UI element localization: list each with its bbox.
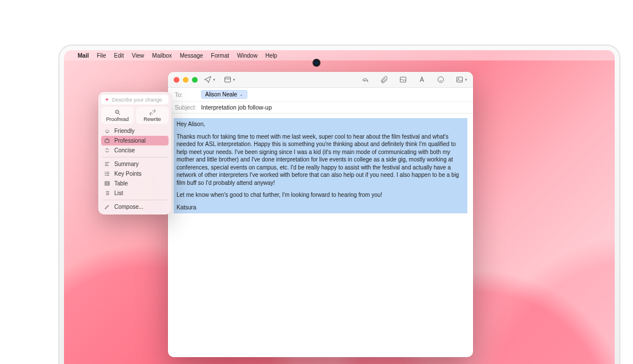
desktop-screen: Mail File Edit View Mailbox Message Form… — [64, 50, 615, 364]
header-layout-button[interactable]: ▾ — [223, 75, 235, 84]
send-icon — [203, 75, 212, 84]
pencil-icon — [104, 204, 110, 210]
rewrite-icon — [149, 109, 156, 116]
mail-compose-window: ▾ ▾ ▾ — [168, 72, 473, 357]
rewrite-button[interactable]: Rewrite — [136, 107, 169, 124]
svg-rect-6 — [225, 77, 231, 82]
emoji-button[interactable] — [436, 75, 445, 84]
scan-icon — [399, 75, 407, 84]
layout-icon — [223, 75, 232, 84]
smile-icon: ☺ — [104, 128, 110, 134]
reply-button[interactable] — [361, 75, 370, 84]
keypoints-icon — [104, 171, 110, 177]
compose-item[interactable]: Compose... — [101, 202, 169, 212]
divider — [102, 200, 167, 200]
body-paragraph-2: Let me know when's good to chat further,… — [177, 191, 464, 199]
format-list[interactable]: List — [101, 188, 169, 198]
photo-browser-button[interactable]: ▾ — [455, 75, 467, 84]
svg-rect-1 — [105, 140, 109, 143]
summary-icon — [104, 161, 110, 167]
paperclip-icon — [380, 75, 388, 84]
menu-edit[interactable]: Edit — [114, 52, 124, 59]
svg-point-10 — [458, 78, 459, 79]
subject-row[interactable]: Subject: Interpretation job follow-up — [168, 102, 473, 113]
close-button[interactable] — [174, 77, 179, 83]
proofread-icon — [114, 109, 121, 116]
send-button[interactable]: ▾ — [203, 75, 215, 84]
professional-label: Professional — [114, 137, 146, 144]
recipient-token[interactable]: Alison Neale — [201, 90, 247, 99]
svg-point-8 — [438, 77, 444, 83]
compose-label: Compose... — [114, 204, 143, 210]
table-icon — [104, 180, 110, 187]
briefcase-icon — [104, 137, 110, 144]
divider — [102, 157, 167, 157]
subject-value[interactable]: Interpretation job follow-up — [201, 104, 272, 111]
chevron-down-icon: ▾ — [233, 78, 235, 82]
menu-help[interactable]: Help — [266, 52, 278, 59]
concise-label: Concise — [114, 147, 135, 153]
format-text-button[interactable] — [418, 75, 426, 84]
proofread-button[interactable]: Proofread — [101, 107, 134, 124]
input-placeholder: Describe your change — [112, 97, 162, 103]
summary-label: Summary — [114, 161, 139, 167]
attach-button[interactable] — [380, 75, 388, 84]
keypoints-label: Key Points — [114, 171, 142, 177]
maximize-button[interactable] — [192, 77, 198, 83]
tone-concise[interactable]: Concise — [101, 145, 169, 155]
chevron-down-icon: ▾ — [213, 78, 215, 82]
menu-window[interactable]: Window — [237, 52, 258, 59]
text-format-icon — [418, 75, 426, 84]
selected-text[interactable]: Hey Alison, Thanks much for taking time … — [174, 118, 467, 213]
rewrite-label: Rewrite — [143, 116, 161, 122]
menu-format[interactable]: Format — [211, 52, 229, 59]
to-row[interactable]: To: Alison Neale — [168, 88, 473, 102]
menu-file[interactable]: File — [97, 52, 106, 59]
tone-professional[interactable]: Professional — [101, 136, 169, 145]
body-paragraph-1: Thanks much for taking time to meet with… — [177, 133, 464, 187]
insert-image-button[interactable] — [399, 75, 407, 84]
svg-rect-5 — [105, 181, 109, 185]
subject-label: Subject: — [175, 104, 201, 111]
svg-rect-9 — [457, 77, 463, 82]
traffic-lights — [174, 77, 198, 83]
list-label: List — [114, 190, 123, 196]
svg-point-4 — [105, 175, 106, 176]
photos-icon — [455, 75, 464, 84]
emoji-icon — [436, 75, 445, 84]
menu-mailbox[interactable]: Mailbox — [152, 52, 171, 59]
format-keypoints[interactable]: Key Points — [101, 169, 169, 179]
menu-view[interactable]: View — [132, 52, 145, 59]
reply-icon — [361, 75, 370, 84]
titlebar: ▾ ▾ ▾ — [168, 72, 473, 88]
list-icon — [104, 190, 110, 196]
mail-body[interactable]: Hey Alison, Thanks much for taking time … — [168, 114, 473, 357]
minimize-button[interactable] — [183, 77, 189, 83]
svg-point-2 — [105, 172, 106, 172]
table-label: Table — [114, 180, 128, 187]
format-table[interactable]: Table — [101, 179, 169, 188]
describe-change-input[interactable]: ✦ Describe your change — [101, 95, 169, 104]
format-summary[interactable]: Summary — [101, 159, 169, 169]
svg-point-3 — [105, 173, 106, 174]
friendly-label: Friendly — [114, 128, 135, 134]
chevron-down-icon: ▾ — [465, 78, 467, 82]
proofread-label: Proofread — [106, 116, 129, 122]
writing-tools-popover: ✦ Describe your change Proofread Rewrite… — [98, 92, 171, 215]
collapse-icon — [104, 147, 110, 153]
mail-headers: To: Alison Neale Subject: Interpretation… — [168, 88, 473, 114]
sparkle-icon: ✦ — [105, 96, 109, 103]
camera-notch — [313, 59, 320, 67]
menu-message[interactable]: Message — [180, 52, 203, 59]
to-label: To: — [175, 91, 201, 98]
macbook-frame: Mail File Edit View Mailbox Message Form… — [59, 46, 619, 364]
signature: Katsura — [177, 204, 464, 212]
menu-app[interactable]: Mail — [78, 52, 89, 59]
greeting: Hey Alison, — [177, 120, 464, 128]
menubar: Mail File Edit View Mailbox Message Form… — [64, 50, 615, 60]
tone-friendly[interactable]: ☺ Friendly — [101, 126, 169, 136]
